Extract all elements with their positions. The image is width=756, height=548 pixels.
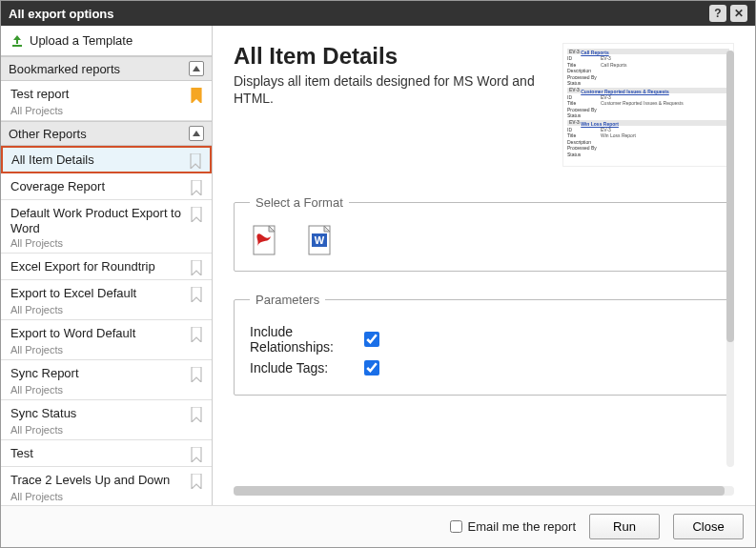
report-item-sub: All Projects bbox=[10, 424, 204, 436]
report-item-sub: All Projects bbox=[10, 105, 204, 116]
report-item[interactable]: Coverage Report bbox=[1, 173, 212, 200]
bookmark-icon[interactable] bbox=[190, 152, 203, 169]
section-other-title: Other Reports bbox=[9, 127, 87, 141]
dialog-body: Upload a Template Bookmarked reports Tes… bbox=[1, 26, 755, 505]
close-button[interactable]: Close bbox=[673, 514, 744, 539]
report-item[interactable]: Test bbox=[1, 440, 212, 467]
collapse-icon[interactable] bbox=[189, 61, 204, 76]
bookmark-icon[interactable] bbox=[191, 259, 204, 275]
main-panel: All Item Details Displays all item detai… bbox=[213, 26, 755, 505]
report-item-name: Coverage Report bbox=[10, 179, 191, 194]
format-legend: Select a Format bbox=[250, 195, 349, 210]
section-other[interactable]: Other Reports bbox=[1, 121, 212, 146]
help-button[interactable]: ? bbox=[709, 5, 726, 22]
report-item[interactable]: Sync StatusAll Projects bbox=[1, 400, 212, 440]
detail-header: All Item Details Displays all item detai… bbox=[234, 43, 734, 167]
section-bookmarked-title: Bookmarked reports bbox=[9, 62, 120, 76]
report-item-name: Excel Export for Roundtrip bbox=[10, 259, 191, 274]
bookmark-icon[interactable] bbox=[191, 406, 204, 422]
bookmark-icon[interactable] bbox=[191, 326, 204, 342]
report-item-name: Trace 2 Levels Up and Down bbox=[10, 473, 191, 488]
run-button[interactable]: Run bbox=[589, 514, 660, 539]
collapse-icon[interactable] bbox=[189, 126, 204, 141]
detail-description: Displays all item details designed for M… bbox=[234, 73, 539, 107]
other-reports-list: All Item DetailsCoverage ReportDefault W… bbox=[1, 146, 212, 505]
report-item-name: Sync Report bbox=[10, 366, 191, 381]
param-include-tags-label: Include Tags: bbox=[250, 360, 364, 375]
bookmark-icon[interactable] bbox=[191, 87, 204, 103]
sidebar: Upload a Template Bookmarked reports Tes… bbox=[1, 26, 213, 505]
section-bookmarked[interactable]: Bookmarked reports bbox=[1, 56, 212, 81]
word-format-icon[interactable]: W bbox=[307, 225, 334, 255]
upload-icon bbox=[10, 34, 24, 48]
format-fieldset: Select a Format W bbox=[234, 195, 734, 272]
report-item[interactable]: Sync ReportAll Projects bbox=[1, 360, 212, 400]
bookmark-icon[interactable] bbox=[191, 179, 204, 195]
email-me-label: Email me the report bbox=[468, 519, 576, 534]
email-me-checkbox[interactable] bbox=[450, 520, 462, 533]
report-item-name: Export to Excel Default bbox=[10, 286, 191, 301]
report-item-sub: All Projects bbox=[10, 491, 204, 502]
report-item-sub: All Projects bbox=[10, 304, 204, 315]
svg-text:W: W bbox=[315, 234, 325, 246]
report-item-name: Sync Status bbox=[10, 406, 191, 421]
report-item-name: Test bbox=[10, 446, 191, 461]
parameters-legend: Parameters bbox=[250, 293, 325, 307]
report-item-sub: All Projects bbox=[10, 384, 204, 396]
bookmarked-list: Test reportAll Projects bbox=[1, 81, 212, 121]
upload-template-label: Upload a Template bbox=[30, 33, 133, 48]
export-options-dialog: All export options ? ✕ Upload a Template… bbox=[0, 0, 756, 548]
close-icon[interactable]: ✕ bbox=[730, 5, 747, 22]
bookmark-icon[interactable] bbox=[191, 473, 204, 489]
report-item[interactable]: All Item Details bbox=[1, 146, 212, 173]
report-item[interactable]: Export to Excel DefaultAll Projects bbox=[1, 280, 212, 320]
param-include-relationships-label: Include Relationships: bbox=[250, 324, 364, 355]
dialog-title: All export options bbox=[9, 7, 705, 21]
report-item-name: Default Work Product Export to Word bbox=[10, 206, 191, 235]
param-include-tags-checkbox[interactable] bbox=[364, 360, 379, 375]
param-include-relationships-checkbox[interactable] bbox=[364, 332, 379, 347]
report-preview-thumbnail: EV-3 Call ReportsIDEV-3TitleCall Reports… bbox=[562, 43, 734, 167]
report-item-name: All Item Details bbox=[11, 152, 190, 168]
report-item-name: Export to Word Default bbox=[10, 326, 191, 341]
horizontal-scrollbar[interactable] bbox=[234, 486, 734, 496]
pdf-format-icon[interactable] bbox=[252, 225, 278, 255]
svg-rect-0 bbox=[12, 45, 22, 47]
report-item[interactable]: Trace 2 Levels Up and DownAll Projects bbox=[1, 467, 212, 505]
detail-title: All Item Details bbox=[234, 43, 543, 70]
titlebar: All export options ? ✕ bbox=[1, 1, 755, 26]
bookmark-icon[interactable] bbox=[191, 286, 204, 302]
report-item-name: Test report bbox=[10, 87, 191, 102]
bookmark-icon[interactable] bbox=[191, 206, 204, 222]
upload-template-link[interactable]: Upload a Template bbox=[1, 26, 212, 56]
bookmark-icon[interactable] bbox=[191, 366, 204, 382]
report-item-sub: All Projects bbox=[10, 237, 204, 249]
bookmark-icon[interactable] bbox=[191, 446, 204, 462]
vertical-scrollbar[interactable] bbox=[726, 51, 734, 467]
report-item-sub: All Projects bbox=[10, 344, 204, 355]
parameters-fieldset: Parameters Include Relationships: Includ… bbox=[234, 293, 734, 396]
report-item[interactable]: Export to Word DefaultAll Projects bbox=[1, 320, 212, 360]
report-item[interactable]: Excel Export for Roundtrip bbox=[1, 254, 212, 280]
email-me-report[interactable]: Email me the report bbox=[450, 519, 576, 534]
report-item[interactable]: Test reportAll Projects bbox=[1, 81, 212, 121]
report-item[interactable]: Default Work Product Export to WordAll P… bbox=[1, 200, 212, 254]
footer: Email me the report Run Close bbox=[1, 505, 755, 547]
